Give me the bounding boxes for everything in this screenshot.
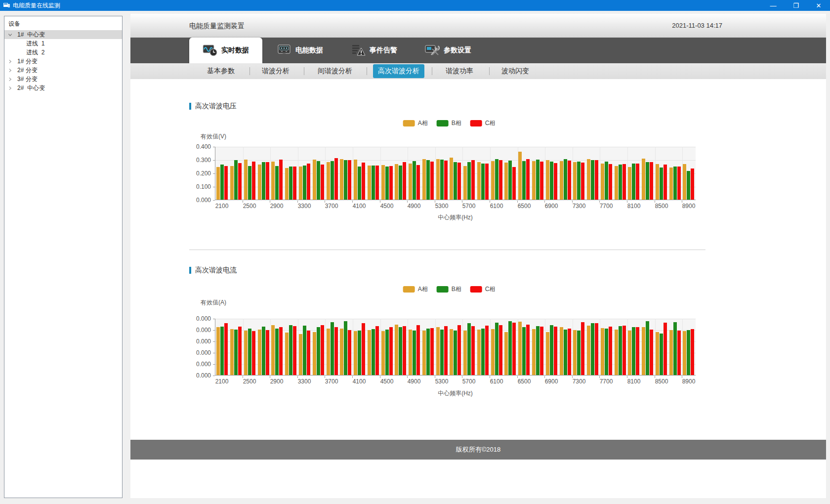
bar-A相-4100[interactable] (354, 331, 357, 375)
bar-A相-6500[interactable] (518, 322, 522, 375)
subtab-谐波分析[interactable]: 谐波分析 (257, 63, 294, 79)
bar-C相-2100[interactable] (224, 166, 228, 200)
bar-B相-4500[interactable] (385, 330, 389, 375)
bar-B相-2300[interactable] (234, 160, 238, 200)
bar-C相-5900[interactable] (485, 164, 489, 200)
subtab-基本参数[interactable]: 基本参数 (202, 63, 240, 79)
bar-B相-7700[interactable] (605, 162, 608, 200)
bar-A相-6900[interactable] (546, 160, 549, 200)
bar-C相-2700[interactable] (266, 162, 269, 200)
bar-C相-8700[interactable] (677, 331, 681, 375)
bar-A相-6300[interactable] (504, 163, 508, 200)
tab-实时数据[interactable]: 实时数据 (189, 38, 262, 63)
bar-B相-5100[interactable] (426, 160, 430, 200)
bar-A相-4500[interactable] (381, 331, 385, 375)
bar-B相-6300[interactable] (508, 321, 512, 375)
bar-B相-5900[interactable] (481, 164, 485, 200)
bar-C相-8900[interactable] (691, 168, 694, 200)
bar-B相-4100[interactable] (358, 331, 361, 375)
bar-A相-4100[interactable] (354, 160, 357, 200)
bar-C相-7900[interactable] (622, 326, 626, 375)
bar-A相-6100[interactable] (491, 329, 495, 375)
bar-B相-2500[interactable] (248, 329, 251, 375)
bar-A相-5700[interactable] (463, 331, 467, 375)
bar-C相-4100[interactable] (362, 323, 365, 375)
bar-B相-3500[interactable] (317, 161, 320, 200)
tree-item-进线-1[interactable]: 进线 1 (4, 39, 122, 48)
bar-C相-7900[interactable] (622, 164, 626, 200)
bar-C相-3300[interactable] (307, 164, 310, 200)
tab-电能数据[interactable]: 电能数据 (263, 38, 336, 63)
bar-C相-5900[interactable] (485, 326, 489, 375)
legend-item-B相[interactable]: B相 (437, 285, 461, 294)
bar-C相-2900[interactable] (279, 327, 283, 375)
bar-B相-6700[interactable] (536, 160, 540, 200)
bar-A相-3300[interactable] (299, 334, 302, 375)
bar-B相-8700[interactable] (673, 322, 677, 375)
bar-C相-8500[interactable] (664, 165, 667, 200)
bar-B相-3900[interactable] (344, 160, 347, 200)
bar-B相-7900[interactable] (619, 326, 622, 375)
bar-B相-2900[interactable] (275, 166, 279, 200)
bar-A相-4500[interactable] (381, 165, 385, 200)
bar-B相-3300[interactable] (303, 326, 306, 375)
bar-A相-3500[interactable] (313, 332, 316, 375)
bar-C相-8900[interactable] (691, 329, 694, 375)
bar-C相-5100[interactable] (430, 162, 434, 200)
subtab-谐波功率[interactable]: 谐波功率 (441, 63, 478, 79)
bar-B相-4900[interactable] (413, 331, 416, 375)
bar-B相-2100[interactable] (220, 327, 224, 375)
bar-A相-5900[interactable] (477, 330, 481, 375)
bar-C相-8100[interactable] (636, 327, 639, 375)
bar-C相-8100[interactable] (636, 164, 639, 200)
bar-C相-4900[interactable] (416, 165, 420, 200)
bar-B相-7500[interactable] (591, 323, 594, 375)
bar-C相-5700[interactable] (471, 326, 475, 375)
bar-B相-5900[interactable] (481, 329, 485, 375)
bar-A相-4900[interactable] (409, 330, 412, 375)
bar-A相-2300[interactable] (230, 166, 234, 200)
bar-A相-3900[interactable] (340, 329, 343, 375)
bar-C相-5300[interactable] (444, 161, 448, 200)
bar-A相-7100[interactable] (560, 161, 563, 200)
bar-B相-8900[interactable] (687, 330, 690, 375)
bar-B相-2500[interactable] (248, 166, 251, 200)
bar-C相-2300[interactable] (238, 163, 242, 200)
bar-B相-8500[interactable] (660, 334, 663, 375)
bar-C相-4500[interactable] (389, 166, 393, 200)
tree-item-2#-中心变[interactable]: 2# 中心变 (4, 84, 122, 92)
bar-C相-8500[interactable] (664, 323, 667, 375)
bar-B相-4900[interactable] (413, 161, 416, 200)
bar-C相-8700[interactable] (677, 167, 681, 200)
bar-C相-7100[interactable] (568, 329, 571, 375)
tree-item-进线-2[interactable]: 进线 2 (4, 48, 122, 57)
bar-C相-8300[interactable] (650, 162, 653, 200)
bar-A相-7700[interactable] (601, 164, 604, 200)
bar-C相-2900[interactable] (279, 160, 283, 200)
bar-A相-2300[interactable] (230, 329, 234, 375)
bar-A相-5900[interactable] (477, 162, 481, 200)
bar-B相-7300[interactable] (577, 331, 581, 375)
bar-A相-7100[interactable] (560, 327, 563, 375)
bar-A相-2500[interactable] (244, 160, 248, 200)
bar-C相-2300[interactable] (238, 327, 242, 375)
bar-B相-5700[interactable] (467, 162, 471, 200)
bar-A相-5700[interactable] (463, 166, 467, 200)
bar-B相-2300[interactable] (234, 330, 238, 375)
bar-C相-6300[interactable] (512, 167, 516, 200)
bar-A相-7300[interactable] (573, 162, 577, 200)
bar-A相-6700[interactable] (532, 329, 536, 375)
bar-B相-6900[interactable] (550, 325, 553, 375)
bar-A相-5500[interactable] (450, 329, 453, 375)
legend-item-C相[interactable]: C相 (470, 285, 496, 294)
bar-B相-5100[interactable] (426, 329, 430, 375)
bar-A相-6900[interactable] (546, 332, 549, 375)
bar-A相-4700[interactable] (395, 325, 398, 375)
chevron-right-icon[interactable] (4, 59, 15, 64)
bar-A相-8900[interactable] (683, 164, 686, 200)
bar-C相-5100[interactable] (430, 328, 434, 375)
bar-A相-4300[interactable] (368, 166, 371, 200)
subtab-间谐波分析[interactable]: 间谐波分析 (313, 63, 357, 79)
chevron-right-icon[interactable] (4, 68, 15, 73)
bar-A相-4300[interactable] (368, 330, 371, 375)
